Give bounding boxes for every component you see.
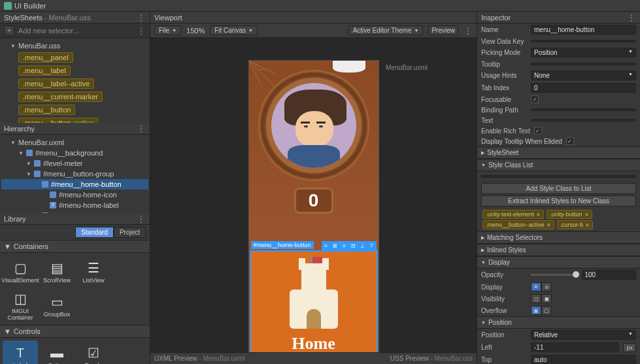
menu-icon[interactable]: ⋮ (137, 216, 146, 222)
library-item[interactable]: ☰ListView (76, 256, 111, 288)
library-item[interactable]: ▭GroupBox (39, 290, 75, 322)
preview-button[interactable]: Preview (428, 25, 458, 35)
extract-button[interactable]: Extract Inlined Styles to New Class (481, 195, 636, 207)
add-class-button[interactable]: Add Style Class to List (481, 183, 636, 194)
level-badge: 0 (294, 188, 333, 214)
uxml-preview-tab[interactable]: UXML Preview - MenuBar.uxml (154, 355, 245, 362)
tooltip-field[interactable] (531, 63, 636, 65)
add-selector-input[interactable]: Add new selector... (18, 27, 133, 35)
tab-project[interactable]: Project (114, 227, 146, 238)
library-item[interactable]: ▢VisualElement (3, 256, 38, 288)
usage-dropdown[interactable]: None ▼ (531, 71, 636, 80)
viewport-header: Viewport (150, 12, 477, 24)
class-pill[interactable]: .cursor-b ✕ (557, 220, 594, 229)
left-field[interactable]: -11 (531, 342, 619, 352)
overflow-visible-toggle[interactable]: ▣ (531, 306, 541, 315)
selector-row[interactable]: .menu__label (1, 64, 148, 77)
align-tool-icon[interactable]: ⊞ (331, 241, 340, 250)
hidden-toggle[interactable]: ◼ (541, 294, 552, 303)
remove-class-icon[interactable]: ✕ (547, 222, 551, 228)
class-pill[interactable]: .unity-text-element ✕ (482, 210, 544, 219)
zoom-label[interactable]: 150% (186, 27, 205, 35)
menu-icon[interactable]: ⋮ (463, 28, 473, 33)
position-section[interactable]: ▼Position (477, 316, 640, 329)
name-field[interactable]: menu__home-button (531, 25, 636, 35)
snow-decoration (333, 61, 365, 73)
menu-icon[interactable]: ⋮ (627, 15, 636, 20)
visible-toggle[interactable]: ◻ (531, 294, 541, 303)
library-item[interactable]: ▤ScrollView (39, 256, 75, 288)
menu-home-button-element[interactable]: #menu__home-button ≡ ⊞ ≡ ⊟ ⊥ ⊤ (250, 250, 378, 352)
inlined-section[interactable]: ▶Inlined Styles (477, 244, 640, 256)
opacity-slider[interactable] (531, 274, 579, 276)
castle-icon (284, 263, 343, 329)
portrait-frame (258, 70, 369, 181)
file-menu[interactable]: File▼ (154, 25, 181, 35)
library-item[interactable]: ▬Button (39, 340, 75, 364)
class-pill[interactable]: .menu__button--active ✕ (482, 220, 554, 229)
tab-standard[interactable]: Standard (75, 227, 114, 238)
focusable-checkbox[interactable]: ✓ (531, 95, 539, 103)
titlebar: UI Builder (0, 0, 640, 12)
bindingpath-field[interactable] (531, 108, 636, 111)
library-item[interactable]: TLabel (3, 340, 38, 364)
controls-section[interactable]: ▼Controls (0, 325, 150, 338)
containers-section[interactable]: ▼Containers (0, 240, 150, 253)
display-none-toggle[interactable]: ⊘ (541, 282, 552, 291)
menu-icon[interactable]: ⋮ (137, 126, 146, 131)
text-field[interactable] (531, 119, 636, 122)
theme-dropdown[interactable]: Active Editor Theme▼ (348, 25, 424, 35)
app-icon (4, 2, 12, 10)
hierarchy-item[interactable]: ▼#level-meter (1, 158, 148, 169)
uss-file-row[interactable]: ▼MenuBar.uss (1, 41, 148, 51)
selection-label: #menu__home-button (251, 241, 314, 249)
library-item[interactable]: ◫IMGUI Container (3, 290, 38, 322)
remove-class-icon[interactable]: ✕ (584, 212, 589, 218)
app-title: UI Builder (14, 2, 46, 10)
displaytooltip-checkbox[interactable]: ✓ (566, 137, 574, 145)
align-tool-icon[interactable]: ⊥ (358, 241, 367, 250)
hierarchy-item[interactable]: #menu-home-icon (1, 190, 148, 200)
library-item[interactable]: ☑Toggle (76, 340, 111, 364)
viewdatakey-field[interactable] (531, 40, 636, 42)
selector-row[interactable]: .menu__label--active (1, 77, 148, 90)
add-button[interactable]: + (4, 25, 14, 35)
top-field[interactable]: auto (531, 355, 636, 364)
uss-preview-tab[interactable]: USS Preview - MenuBar.uss (390, 355, 473, 362)
class-pill[interactable]: .unity-button ✕ (547, 210, 592, 219)
overflow-hidden-toggle[interactable]: ▢ (541, 306, 552, 315)
align-tool-icon[interactable]: ⊤ (367, 241, 377, 250)
hierarchy-root[interactable]: ▼MenuBar.uxml (1, 137, 148, 148)
inspector-header: Inspector⋮ (477, 12, 640, 24)
hierarchy-item[interactable]: T#menu-home-label (1, 200, 148, 210)
picking-dropdown[interactable]: Position ▼ (531, 48, 636, 58)
display-section[interactable]: ▼Display (477, 256, 640, 269)
matching-section[interactable]: ▶Matching Selectors (477, 231, 640, 244)
hierarchy-item[interactable]: ▼#menu__background (1, 148, 148, 158)
menu-icon[interactable]: ⋮ (137, 28, 146, 33)
tabindex-field[interactable]: 0 (531, 83, 636, 93)
hierarchy-item[interactable]: ▼#menu__button-group (1, 169, 148, 179)
game-canvas[interactable]: 0 #menu__home-button ≡ ⊞ ≡ ⊟ ⊥ ⊤ (248, 60, 379, 352)
selector-row[interactable]: .menu__current-marker (1, 90, 148, 103)
selector-row[interactable]: .menu__button :active (1, 116, 148, 123)
position-dropdown[interactable]: Relative ▼ (531, 330, 636, 340)
align-tool-icon[interactable]: ≡ (340, 241, 349, 250)
web-decoration (249, 61, 275, 87)
display-flex-toggle[interactable]: 👁 (531, 282, 541, 291)
fit-canvas-dropdown[interactable]: Fit Canvas▼ (210, 25, 258, 35)
selector-row[interactable]: .menu__panel (1, 51, 148, 64)
canvas-filename: MenuBar.uxml (386, 64, 428, 71)
richtext-checkbox[interactable]: ✓ (534, 127, 542, 135)
class-input[interactable] (481, 175, 636, 178)
align-tool-icon[interactable]: ⊟ (349, 241, 358, 250)
stylesheet-section[interactable]: ▶StyleSheet (477, 146, 640, 159)
classlist-section[interactable]: ▼Style Class List (477, 159, 640, 171)
remove-class-icon[interactable]: ✕ (585, 222, 590, 228)
remove-class-icon[interactable]: ✕ (536, 212, 541, 218)
selector-row[interactable]: .menu__button (1, 103, 148, 116)
hierarchy-item[interactable]: #menu__home-button (1, 179, 148, 190)
align-tool-icon[interactable]: ≡ (322, 241, 331, 250)
level-number: 0 (309, 190, 319, 211)
menu-icon[interactable]: ⋮ (137, 15, 146, 20)
